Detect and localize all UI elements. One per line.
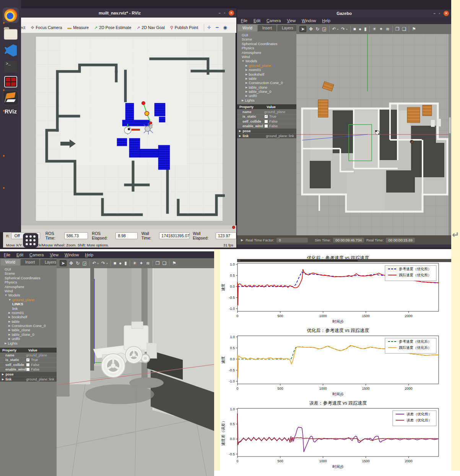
tree-item-ground-plane[interactable]: ▼ground_plane [1,298,57,302]
tree-item-table-clone[interactable]: ▶table_clone [1,328,57,332]
dock-item-robot-app[interactable] [3,74,19,89]
tree-expander-icon[interactable]: ▶ [245,85,247,89]
scale-tool-icon[interactable]: ◲ [82,261,86,266]
tree-expander-icon[interactable]: ▶ [8,319,10,324]
tree-item-ground-plane[interactable]: ▶ground_plane [238,63,296,68]
tab-layers[interactable]: Layers [277,25,298,31]
align-icon[interactable]: ⚑ [412,27,416,31]
tree-item-table-clone[interactable]: ▶table_clone [238,85,296,89]
toolbar-button-2d-nav-goal[interactable]: ➚2D Nav Goal [134,24,167,31]
menu-window[interactable]: Window [302,18,316,23]
tree-item-table[interactable]: ▶table [238,76,296,81]
minimize-button[interactable]: – [219,11,221,15]
paste-icon[interactable]: ❏ [162,261,166,266]
wall-time-field[interactable]: 1741831395.07 [159,232,190,239]
section-expander-icon[interactable]: ▶ [239,134,241,138]
gazebo-titlebar[interactable]: Gazebo – ▫ ✕ [237,10,451,17]
tree-expander-icon[interactable]: ▶ [8,328,10,332]
toolbar-button-focus-camera[interactable]: ✥Focus Camera [28,24,65,31]
show-applications-button[interactable] [23,233,38,248]
property-section-link[interactable]: ▶linkground_plane::link [0,377,57,382]
toolbar-button-2d-pose-estimate[interactable]: ➚2D Pose Estimate [91,24,134,31]
checkbox-enable-wind[interactable] [26,368,30,371]
ros-time-field[interactable]: 586.73 [64,232,88,239]
checkbox-enable-wind[interactable] [264,124,268,128]
tree-expander-icon[interactable]: ▶ [245,63,247,68]
insert-sphere-icon[interactable]: ● [119,261,122,266]
menu-file[interactable]: File [241,18,247,23]
tab-world[interactable]: World [238,25,257,31]
tree-item-lights[interactable]: ▶Lights [1,341,57,345]
directional-light-icon[interactable]: ≋ [386,27,390,31]
scale-tool-icon[interactable]: ◲ [322,27,326,31]
play-button[interactable]: ▶ [241,238,243,242]
copy-icon[interactable]: ❐ [156,261,160,266]
tree-expander-icon[interactable]: ▶ [245,68,247,72]
tree-expander-icon[interactable]: ▶ [245,94,247,98]
tree-item-link[interactable]: link [1,306,57,311]
tree-item-room01[interactable]: ▶room01 [238,68,296,72]
menu-edit[interactable]: Edit [254,18,260,23]
tree-item-spherical-coordinates[interactable]: Spherical Coordinates [238,42,296,46]
select-tool-icon[interactable]: ➤ [299,26,306,32]
tree-expander-icon[interactable]: ▶ [8,337,10,341]
redo-icon[interactable]: ↷ [101,261,105,266]
horizontal-scrollbar[interactable] [237,259,451,262]
tree-expander-icon[interactable]: ▼ [8,298,11,302]
tree-item-table[interactable]: ▶table [1,319,57,324]
close-button[interactable]: ✕ [444,11,449,16]
tree-item-gui[interactable]: GUI [1,267,57,271]
toolbar-button-measure[interactable]: ▬Measure [65,24,91,31]
tree-item-room01[interactable]: ▶room01 [1,311,57,315]
checkbox-self-collide[interactable] [26,363,30,367]
dock-item-firefox[interactable] [3,8,19,23]
tree-expander-icon[interactable]: ▶ [8,311,10,315]
select-tool-icon[interactable]: ➤ [60,260,67,266]
menu-view[interactable]: View [287,18,296,23]
tree-item-bookshelf[interactable]: ▶bookshelf [1,315,57,319]
tree-item-bookshelf[interactable]: ▶bookshelf [238,72,296,76]
menu-view[interactable]: View [50,253,59,257]
spot-light-icon[interactable]: ✦ [379,27,383,31]
menu-file[interactable]: File [4,253,10,257]
dock-item-terminal[interactable]: >_ [3,59,19,74]
tree-item-spherical-coordinates[interactable]: Spherical Coordinates [1,276,57,280]
tree-expander-icon[interactable]: ▶ [8,324,10,328]
tree-expander-icon[interactable]: ▶ [5,341,7,345]
wall-elapsed-field[interactable]: 123.97 [216,232,236,239]
minimize-button[interactable]: – [434,11,436,15]
insert-sphere-icon[interactable]: ● [359,27,361,31]
menu-window[interactable]: Window [65,253,79,257]
tree-item-atmosphere[interactable]: Atmosphere [238,50,296,55]
insert-box-icon[interactable]: ■ [353,27,356,31]
copy-icon[interactable]: ❐ [395,27,400,31]
tree-expander-icon[interactable]: ▼ [242,59,244,63]
tree-item-lights[interactable]: ▶Lights [238,98,296,102]
tree-expander-icon[interactable]: ▶ [245,81,247,85]
gazebo-3d-viewport[interactable]: ➤✥↻◲↶▾↷▾■●▮☀✦≋❐❏⚑ [296,24,451,235]
tree-expander-icon[interactable]: ▶ [8,315,10,319]
redo-history-icon[interactable]: ▾ [346,28,348,31]
undo-history-icon[interactable]: ▾ [337,28,339,31]
tree-item-scene[interactable]: Scene [238,37,296,41]
tree-expander-icon[interactable]: ▶ [245,89,247,94]
spot-light-icon[interactable]: ✦ [140,261,143,266]
redo-history-icon[interactable]: ▾ [106,262,108,265]
undo-history-icon[interactable]: ▾ [98,262,99,265]
undo-icon[interactable]: ↶ [332,27,336,31]
tree-item-wind[interactable]: Wind [238,55,296,59]
menu-help[interactable]: Help [85,253,93,257]
menu-camera[interactable]: Camera [267,18,281,23]
align-icon[interactable]: ⚑ [172,261,176,266]
tree-item-table-clone-0[interactable]: ▶table_clone_0 [1,332,57,337]
undo-icon[interactable]: ↶ [93,261,96,266]
checkbox-self-collide[interactable] [264,120,268,123]
tree-expander-icon[interactable]: ▶ [245,76,247,81]
gazebo-3d-viewport[interactable]: ➤✥↻◲↶▾↷▾■●▮☀✦≋❐❏⚑ [57,258,214,476]
tree-expander-icon[interactable]: ▶ [245,72,247,76]
maximize-button[interactable]: ▫ [439,11,440,15]
tree-item-models[interactable]: ▼Models [1,293,57,297]
rotate-tool-icon[interactable]: ↻ [76,261,80,266]
tree-item-construction-cone-0[interactable]: ▶Construction Cone_0 [238,81,296,85]
tree-item-table-clone-0[interactable]: ▶table_clone_0 [238,89,296,94]
